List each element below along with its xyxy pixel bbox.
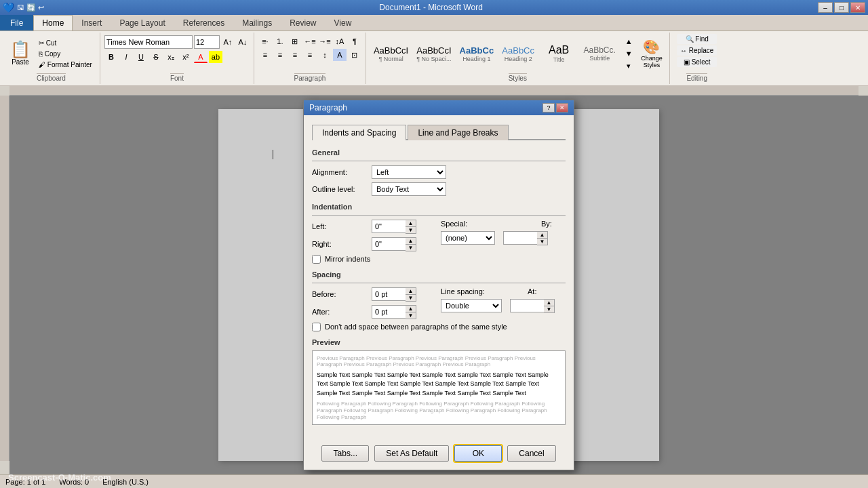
- font-size-input[interactable]: [194, 35, 220, 49]
- dialog-help-btn[interactable]: ?: [542, 103, 555, 113]
- line-spacing-select[interactable]: Single 1.5 lines Double At least Exactly…: [441, 299, 502, 312]
- cut-btn[interactable]: ✂ Cut: [35, 38, 96, 48]
- mirror-indent-row: Mirror indents: [312, 255, 566, 264]
- dialog-close-btn[interactable]: ✕: [556, 103, 568, 113]
- before-down[interactable]: ▼: [406, 295, 416, 301]
- file-tab[interactable]: File: [0, 15, 33, 30]
- indent-right-up[interactable]: ▲: [406, 238, 416, 245]
- style-heading2[interactable]: AaBbCc Heading 2: [498, 43, 538, 64]
- at-input[interactable]: [510, 299, 544, 312]
- set-default-btn[interactable]: Set As Default: [374, 445, 449, 462]
- line-spacing-btn[interactable]: ↕: [318, 49, 332, 61]
- status-bar: Page: 1 of 1 Words: 0 English (U.S.): [0, 474, 868, 488]
- after-input[interactable]: [372, 305, 406, 319]
- no-spacing-preview: AaBbCcI: [416, 45, 451, 56]
- by-up[interactable]: ▲: [537, 232, 547, 239]
- align-left-btn[interactable]: ≡: [258, 49, 272, 61]
- no-spacing-label: ¶ No Spaci...: [416, 56, 451, 62]
- by-spin: ▲ ▼: [503, 231, 548, 245]
- close-btn[interactable]: ✕: [850, 2, 865, 13]
- style-subtitle[interactable]: AaBbCc. Subtitle: [580, 43, 619, 64]
- change-styles-btn[interactable]: 🎨 ChangeStyles: [638, 36, 665, 71]
- indent-right-down[interactable]: ▼: [406, 245, 416, 251]
- view-tab[interactable]: View: [326, 15, 361, 30]
- select-btn[interactable]: ▣ Select: [677, 57, 717, 67]
- style-normal[interactable]: AaBbCcI ¶ Normal: [370, 43, 412, 64]
- find-btn[interactable]: 🔍 Find: [677, 34, 717, 44]
- format-painter-btn[interactable]: 🖌 Format Painter: [35, 60, 96, 70]
- indent-left-input[interactable]: [372, 220, 406, 233]
- general-section: General Alignment: Left Centered Right J…: [312, 148, 566, 196]
- tabs-btn[interactable]: Tabs...: [321, 445, 369, 462]
- tab-line-page-breaks[interactable]: Line and Page Breaks: [408, 125, 508, 140]
- styles-down-btn[interactable]: ▼: [622, 47, 635, 60]
- shrink-font-btn[interactable]: A↓: [236, 36, 250, 48]
- styles-up-btn[interactable]: ▲: [622, 35, 635, 47]
- clipboard-group-label: Clipboard: [37, 73, 66, 83]
- mailings-tab[interactable]: Mailings: [233, 15, 281, 30]
- indent-special: Special: By: (none) First line Hanging: [441, 220, 595, 249]
- cancel-btn[interactable]: Cancel: [507, 445, 555, 462]
- special-select[interactable]: (none) First line Hanging: [441, 231, 495, 245]
- superscript-btn[interactable]: x²: [179, 51, 193, 63]
- align-center-btn[interactable]: ≡: [273, 49, 287, 61]
- show-marks-btn[interactable]: ¶: [348, 35, 361, 47]
- at-up[interactable]: ▲: [544, 300, 554, 306]
- after-up[interactable]: ▲: [406, 306, 416, 312]
- grow-font-btn[interactable]: A↑: [221, 36, 235, 48]
- bullets-btn[interactable]: ≡·: [258, 35, 272, 47]
- spacing-divider: [312, 283, 566, 283]
- before-input[interactable]: [372, 287, 406, 301]
- tab-indents-spacing[interactable]: Indents and Spacing: [312, 125, 406, 140]
- dont-add-space-checkbox[interactable]: [312, 323, 321, 331]
- alignment-select[interactable]: Left Centered Right Justified: [372, 165, 446, 179]
- bold-btn[interactable]: B: [104, 51, 118, 63]
- by-down[interactable]: ▼: [537, 239, 547, 245]
- underline-btn[interactable]: U: [134, 51, 148, 63]
- shading-btn[interactable]: A: [333, 49, 347, 61]
- before-up[interactable]: ▲: [406, 288, 416, 295]
- subtitle-label: Subtitle: [589, 55, 610, 62]
- indent-left-down[interactable]: ▼: [406, 227, 416, 233]
- highlight-btn[interactable]: ab: [209, 51, 222, 63]
- preview-prev-text: Previous Paragraph Previous Paragraph Pr…: [317, 355, 561, 368]
- ribbon: File Home Insert Page Layout References …: [0, 15, 868, 86]
- paste-btn[interactable]: 📋 Paste: [7, 39, 34, 68]
- sort-btn[interactable]: ↕A: [333, 35, 347, 47]
- italic-btn[interactable]: I: [119, 51, 133, 63]
- minimize-btn[interactable]: –: [818, 2, 833, 13]
- font-name-input[interactable]: [104, 35, 193, 49]
- insert-tab[interactable]: Insert: [73, 15, 111, 30]
- after-down[interactable]: ▼: [406, 312, 416, 319]
- increase-indent-btn[interactable]: →≡: [318, 35, 332, 47]
- borders-btn[interactable]: ⊡: [348, 49, 361, 61]
- references-tab[interactable]: References: [174, 15, 233, 30]
- style-title[interactable]: AaB Title: [539, 42, 578, 65]
- indent-right-input[interactable]: [372, 237, 406, 251]
- replace-btn[interactable]: ↔ Replace: [677, 45, 717, 56]
- review-tab[interactable]: Review: [281, 15, 325, 30]
- line-spacing-label: Line spacing:: [441, 287, 495, 296]
- outline-select[interactable]: Body Text Level 1 Level 2: [372, 182, 446, 196]
- styles-more-btn[interactable]: ▾: [622, 60, 635, 72]
- align-right-btn[interactable]: ≡: [288, 49, 302, 61]
- maximize-btn[interactable]: □: [834, 2, 849, 13]
- mirror-checkbox[interactable]: [312, 255, 321, 264]
- text-color-btn[interactable]: A: [194, 51, 208, 63]
- indent-left-up[interactable]: ▲: [406, 220, 416, 227]
- by-input[interactable]: [503, 231, 537, 245]
- style-heading1[interactable]: AaBbCc Heading 1: [456, 43, 498, 64]
- home-tab[interactable]: Home: [33, 15, 73, 30]
- multilevel-btn[interactable]: ⊞: [288, 35, 302, 47]
- decrease-indent-btn[interactable]: ←≡: [303, 35, 317, 47]
- paragraph-row1: ≡· 1. ⊞ ←≡ →≡ ↕A ¶: [258, 35, 361, 47]
- copy-btn[interactable]: ⎘ Copy: [35, 49, 96, 59]
- numbering-btn[interactable]: 1.: [273, 35, 287, 47]
- subscript-btn[interactable]: x₂: [164, 51, 178, 63]
- page-layout-tab[interactable]: Page Layout: [111, 15, 174, 30]
- at-down[interactable]: ▼: [544, 306, 554, 312]
- strikethrough-btn[interactable]: S: [149, 51, 163, 63]
- ok-btn[interactable]: OK: [454, 445, 502, 462]
- justify-btn[interactable]: ≡: [303, 49, 317, 61]
- style-no-spacing[interactable]: AaBbCcI ¶ No Spaci...: [413, 43, 454, 64]
